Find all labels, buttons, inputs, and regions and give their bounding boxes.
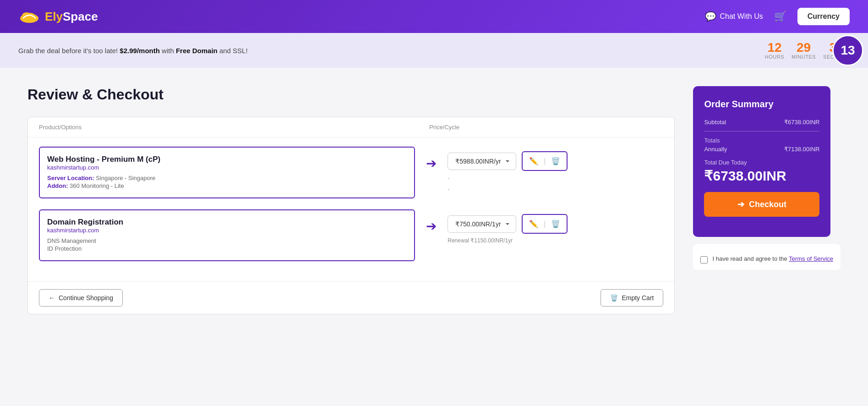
arrow-right-icon-domain: ➔ (426, 219, 437, 234)
annually-value: ₹7138.00INR (784, 146, 819, 153)
summary-title: Order Summary (704, 99, 819, 110)
continue-shopping-button[interactable]: ← Continue Shopping (39, 289, 123, 307)
dash1: - (448, 175, 663, 182)
col-price-header: Price/Cycle (429, 124, 663, 131)
promo-domain: Free Domain (176, 47, 218, 55)
renewal-text: Renewal ₹1150.00INR/1yr (448, 237, 663, 244)
order-summary: Order Summary Subtotal ₹6738.00INR Total… (693, 86, 830, 237)
logo-ely: Ely (45, 10, 63, 23)
product-box-domain: Domain Registration kashmirstartup.com D… (39, 209, 415, 261)
price-select-hosting[interactable]: ₹5988.00INR/yr (448, 153, 516, 170)
cart-icon[interactable]: 🛒 (774, 11, 786, 22)
total-due-amount: ₹6738.00INR (704, 168, 819, 184)
empty-cart-label: Empty Cart (622, 294, 654, 302)
checkout-button[interactable]: ➔ Checkout (704, 192, 819, 217)
delete-hosting-button[interactable]: 🗑️ (551, 157, 560, 165)
action-box-hosting: ✏️ | 🗑️ (522, 151, 568, 171)
chat-icon: 💬 (705, 11, 716, 22)
table-row: Domain Registration kashmirstartup.com D… (39, 209, 663, 261)
totals-label: Totals (704, 137, 819, 144)
summary-subtotal-row: Subtotal ₹6738.00INR (704, 119, 819, 126)
product-domain-hosting: kashmirstartup.com (47, 164, 407, 171)
continue-shopping-label: Continue Shopping (59, 294, 113, 302)
site-header: ElySpace 💬 Chat With Us 🛒 Currency (0, 0, 868, 33)
back-arrow-icon: ← (49, 294, 55, 302)
chat-button[interactable]: 💬 Chat With Us (705, 11, 763, 22)
hours-label: HOURS (765, 54, 784, 60)
minutes-label: MINUTES (792, 54, 816, 60)
hours-unit: 12 HOURS (765, 41, 784, 60)
summary-divider (704, 131, 819, 132)
terms-link[interactable]: Terms of Service (789, 255, 833, 262)
product-addon: Addon: 360 Monitoring - Lite (47, 182, 407, 189)
total-due-label: Total Due Today (704, 159, 819, 166)
arrow-right-icon: ➔ (426, 156, 437, 171)
promo-prefix: Grab the deal before it's too late! (18, 47, 120, 55)
product-name-domain: Domain Registration (47, 218, 407, 227)
product-domain-domain: kashmirstartup.com (47, 227, 407, 234)
dash2: - (448, 186, 663, 193)
checkout-arrow-icon: ➔ (737, 199, 744, 209)
promo-suffix: and SSL! (218, 47, 248, 55)
promo-price: $2.99/month (120, 47, 160, 55)
terms-area: I have read and agree to the Terms of Se… (693, 244, 841, 270)
addon-value: 360 Monitoring - Lite (70, 182, 124, 189)
logo-space: Space (63, 10, 98, 23)
product-server: Server Location: Singapore - Singapore (47, 175, 407, 181)
cart-footer: ← Continue Shopping 🗑️ Empty Cart (28, 281, 674, 314)
terms-checkbox[interactable] (700, 256, 708, 263)
subtotal-value: ₹6738.00INR (784, 119, 819, 126)
cart-header: Product/Options Price/Cycle (28, 117, 674, 137)
cart-section: Review & Checkout Product/Options Price/… (27, 86, 675, 314)
cart-table: Product/Options Price/Cycle Web Hosting … (27, 117, 675, 314)
addon-label: Addon: (47, 182, 68, 189)
promo-bar: Grab the deal before it's too late! $2.9… (0, 33, 868, 68)
checkout-label: Checkout (749, 200, 786, 209)
minutes-number: 29 (792, 41, 816, 54)
product-name-hosting: Web Hosting - Premium M (cP) (47, 155, 407, 164)
product-feature1: DNS Management (47, 237, 407, 244)
header-actions: 💬 Chat With Us 🛒 Currency (705, 8, 850, 25)
edit-hosting-button[interactable]: ✏️ (529, 157, 538, 165)
product-feature2: ID Protection (47, 245, 407, 252)
server-value: Singapore - Singapore (96, 175, 155, 181)
action-box-domain: ✏️ | 🗑️ (522, 214, 568, 234)
trash-icon: 🗑️ (610, 294, 618, 302)
col-product-header: Product/Options (39, 124, 429, 131)
server-label: Server Location: (47, 175, 94, 181)
subtotal-label: Subtotal (704, 119, 726, 126)
cart-body: Web Hosting - Premium M (cP) kashmirstar… (28, 137, 674, 281)
promo-mid: with (160, 47, 176, 55)
promo-text: Grab the deal before it's too late! $2.9… (18, 47, 248, 55)
hours-number: 12 (765, 41, 784, 54)
delete-domain-button[interactable]: 🗑️ (551, 219, 560, 228)
order-summary-section: Order Summary Subtotal ₹6738.00INR Total… (693, 86, 841, 270)
terms-text-prefix: I have read and agree to the (712, 255, 789, 262)
annually-row: Annually ₹7138.00INR (704, 146, 819, 153)
empty-cart-button[interactable]: 🗑️ Empty Cart (601, 289, 663, 307)
currency-label: Currency (808, 12, 840, 20)
minutes-unit: 29 MINUTES (792, 41, 816, 60)
chat-label: Chat With Us (720, 12, 763, 21)
edit-domain-button[interactable]: ✏️ (529, 219, 538, 228)
price-select-domain[interactable]: ₹750.00INR/1yr (448, 215, 516, 233)
logo: ElySpace (18, 8, 98, 25)
terms-text: I have read and agree to the Terms of Se… (712, 255, 833, 262)
annually-label: Annually (704, 146, 727, 153)
currency-button[interactable]: Currency (797, 8, 850, 25)
page-title: Review & Checkout (27, 86, 675, 103)
terms-row: I have read and agree to the Terms of Se… (700, 255, 833, 263)
product-box-hosting: Web Hosting - Premium M (cP) kashmirstar… (39, 147, 415, 198)
logo-icon (18, 8, 40, 25)
badge-number: 13 (832, 35, 863, 66)
main-content: Review & Checkout Product/Options Price/… (0, 68, 868, 333)
table-row: Web Hosting - Premium M (cP) kashmirstar… (39, 147, 663, 198)
